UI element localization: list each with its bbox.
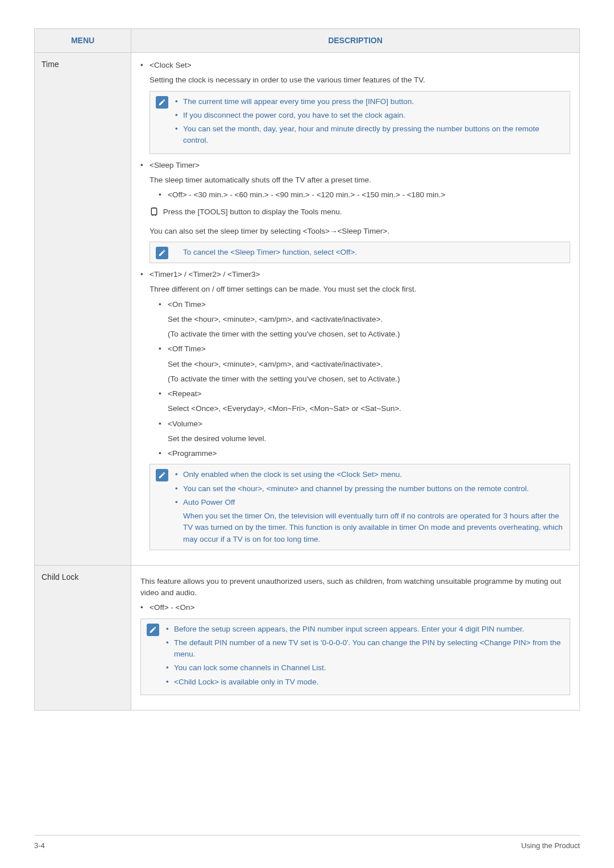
note-clock: The current time will appear every time … [150,91,570,154]
timer-note-3: Auto Power Off [175,497,563,508]
programme-title: <Programme> [168,449,217,458]
tools-also: You can also set the sleep timer by sele… [150,226,570,237]
note-icon [156,96,168,109]
footer-left: 3-4 [34,840,45,852]
cl-note-3: You can lock some channels in Channel Li… [166,662,563,674]
header-description: DESCRIPTION [131,29,580,53]
desc-time: <Clock Set> Setting the clock is necessa… [131,53,580,566]
clock-note-2: If you disconnect the power cord, you ha… [175,110,563,121]
off-time-title: <Off Time> [168,344,206,353]
row-child-lock: Child Lock This feature allows you to pr… [35,565,580,710]
footer-right: Using the Product [521,840,580,852]
desc-child-lock: This feature allows you to prevent unaut… [131,565,580,710]
on-time-desc1: Set the <hour>, <minute>, <am/pm>, and <… [168,314,570,325]
clock-note-1: The current time will appear every time … [175,96,563,107]
menu-description-table: MENU DESCRIPTION Time <Clock Set> Settin… [34,28,580,711]
cl-options: <Off> - <On> [140,602,570,613]
cl-note-2: The default PIN number of a new TV set i… [166,637,563,661]
timer-note-1: Only enabled when the clock is set using… [175,469,563,480]
sleep-options: <Off> - <30 min.> - <60 min.> - <90 min.… [159,189,570,201]
sleep-note: To cancel the <Sleep Timer> function, se… [175,247,563,258]
off-time-desc2: (To activate the timer with the setting … [168,373,570,385]
timer-desc: Three different on / off timer settings … [150,284,570,295]
note-icon [147,624,159,636]
clock-note-3: You can set the month, day, year, hour a… [175,123,563,147]
svg-rect-0 [151,208,156,215]
tools-text: Press the [TOOLS] button to display the … [163,207,342,216]
repeat-title: <Repeat> [168,389,201,398]
sleep-timer-title: <Sleep Timer> [150,161,200,169]
timer-title: <Timer1> / <Timer2> / <Timer3> [150,270,260,279]
row-time: Time <Clock Set> Setting the clock is ne… [35,53,580,566]
menu-time: Time [35,53,131,566]
tools-icon [150,207,159,219]
note-icon [156,247,168,259]
cl-note-1: Before the setup screen appears, the PIN… [166,624,563,635]
page-footer: 3-4 Using the Product [34,835,580,852]
menu-child-lock: Child Lock [35,565,131,710]
tools-line: Press the [TOOLS] button to display the … [150,206,570,219]
cl-note-4: <Child Lock> is available only in TV mod… [166,676,563,688]
timer-note-follow: When you set the timer On, the televisio… [183,510,563,545]
volume-title: <Volume> [168,420,202,428]
clock-set-desc: Setting the clock is necessary in order … [150,74,570,86]
repeat-desc: Select <Once>, <Everyday>, <Mon~Fri>, <M… [168,403,570,414]
note-timer: Only enabled when the clock is set using… [150,464,570,550]
on-time-title: <On Time> [168,300,206,309]
note-child-lock: Before the setup screen appears, the PIN… [140,618,570,695]
on-time-desc2: (To activate the timer with the setting … [168,329,570,340]
cl-intro: This feature allows you to prevent unaut… [140,576,570,599]
off-time-desc1: Set the <hour>, <minute>, <am/pm>, and <… [168,359,570,370]
timer-note-2: You can set the <hour>, <minute> and cha… [175,483,563,495]
volume-desc: Set the desired volume level. [168,433,570,445]
clock-set-title: <Clock Set> [150,61,192,69]
note-icon [156,469,168,481]
header-menu: MENU [35,29,131,53]
note-sleep: To cancel the <Sleep Timer> function, se… [150,242,570,263]
sleep-desc: The sleep timer automatically shuts off … [150,175,570,186]
